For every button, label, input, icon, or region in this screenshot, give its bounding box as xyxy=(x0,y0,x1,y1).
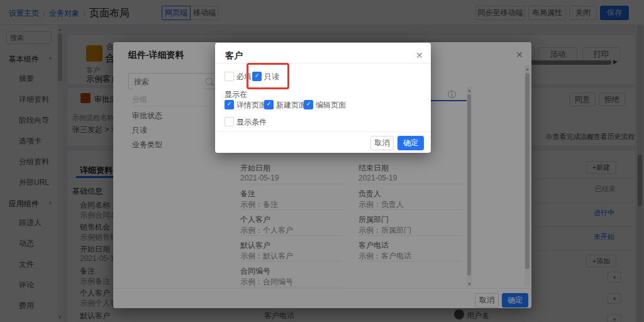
field-cancel-button[interactable]: 取消 xyxy=(370,136,394,150)
edit-page-label: 编辑页面 xyxy=(316,100,346,111)
display-in-label: 显示在 xyxy=(225,89,247,100)
new-page-label: 新建页面 xyxy=(276,100,306,111)
new-page-checkbox[interactable]: ✓ xyxy=(264,100,274,109)
detail-page-label: 详情页面 xyxy=(236,100,267,111)
app-window: 设置主页 › 业务对象 › 页面布局 网页端 移动端 同步至移动端 布局属性 关… xyxy=(0,0,644,322)
detail-page-checkbox[interactable]: ✓ xyxy=(225,100,234,109)
display-condition-checkbox[interactable] xyxy=(225,117,234,126)
required-checkbox[interactable] xyxy=(225,72,234,81)
field-modal-title: 客户 xyxy=(225,50,243,62)
field-modal-footer-divider xyxy=(215,131,431,132)
field-ok-button[interactable]: 确定 xyxy=(397,136,424,150)
display-condition-label: 显示条件 xyxy=(236,117,267,128)
close-icon[interactable]: ✕ xyxy=(416,50,423,60)
edit-page-checkbox[interactable]: ✓ xyxy=(304,100,313,109)
annotation-red-box xyxy=(247,63,289,89)
